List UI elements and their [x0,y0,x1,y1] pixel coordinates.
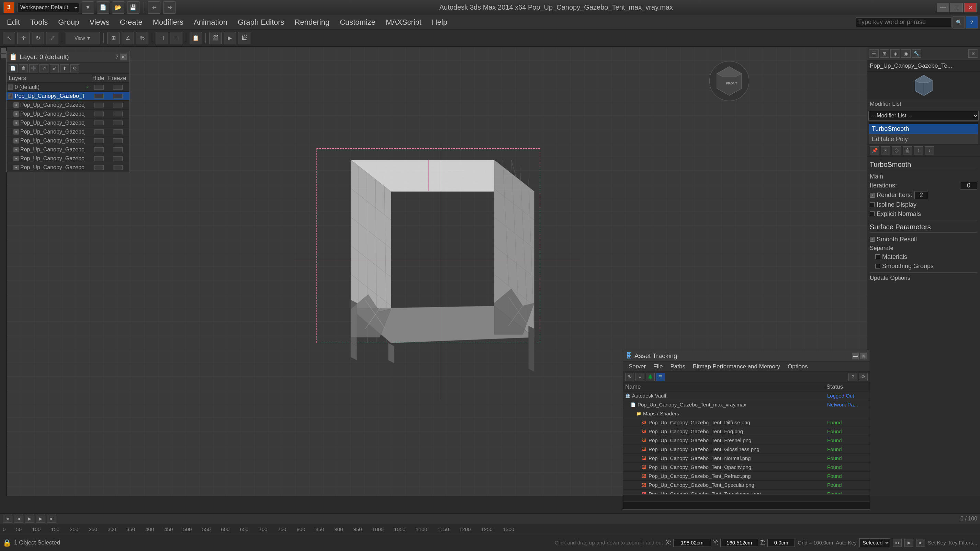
layer-list-item[interactable]: ●Pop_Up_Canopy_Gazebo_Tent_Left_Wall [6,163,129,172]
left-btn-2[interactable] [1,54,6,58]
timeline-start-btn[interactable]: ⏮ [3,514,13,523]
asset-list-item[interactable]: 🖼Pop_Up_Canopy_Gazebo_Tent_Diffuse.pngFo… [623,418,870,427]
menu-graph-editors[interactable]: Graph Editors [233,16,289,28]
render-frame-btn[interactable]: 🖼 [238,32,250,44]
x-coord-value[interactable]: 198.02cm [673,538,711,547]
prev-key-btn[interactable]: ⏮ [893,538,902,547]
layer-panel-help[interactable]: ? [115,54,119,60]
explicit-normals-checkbox[interactable] [870,211,875,216]
undo-btn[interactable]: ↩ [148,2,161,14]
save-file-btn[interactable]: 💾 [127,2,140,14]
timeline-prev-btn[interactable]: ◀ [14,514,23,523]
isoline-checkbox[interactable] [870,202,875,207]
left-btn-1[interactable] [1,48,6,53]
layer-item-freeze[interactable] [108,156,128,161]
asset-menu-options[interactable]: Options [784,362,811,371]
asset-settings-btn[interactable]: ⚙ [859,373,868,381]
mirror-btn[interactable]: ⊣ [156,32,168,44]
layer-item-hide[interactable] [90,156,108,161]
y-coord-value[interactable]: 160.512cm [720,538,758,547]
menu-group[interactable]: Group [53,16,84,28]
mod-up-btn[interactable]: ↑ [914,146,923,154]
menu-animation[interactable]: Animation [189,16,232,28]
asset-list-item[interactable]: 🖼Pop_Up_Canopy_Gazebo_Tent_Opacity.pngFo… [623,463,870,472]
layer-list-item[interactable]: ☰0 (default)✓ [6,83,129,92]
layer-item-hide[interactable] [90,111,108,116]
layer-item-hide[interactable] [90,121,108,125]
layer-list-item[interactable]: ●Pop_Up_Canopy_Gazebo_Tent_Clutches [6,101,129,110]
modifier-turbosmooth[interactable]: TurboSmooth [869,124,978,134]
rp-hierarchy-btn[interactable]: ⊞ [880,49,889,58]
menu-edit[interactable]: Edit [2,16,25,28]
layer-item-hide[interactable] [90,103,108,108]
mod-remove-btn[interactable]: 🗑 [903,146,912,154]
asset-list-item[interactable]: 🖼Pop_Up_Canopy_Gazebo_Tent_Translucent.p… [623,489,870,494]
keyfilters-label[interactable]: Key Filters... [949,540,977,546]
asset-list-item[interactable]: 🖼Pop_Up_Canopy_Gazebo_Tent_Refract.pngFo… [623,472,870,481]
close-btn[interactable]: ✕ [964,3,977,13]
mod-make-unique-btn[interactable]: ⬡ [892,146,901,154]
menu-create[interactable]: Create [115,16,147,28]
scale-tool-btn[interactable]: ⤢ [46,32,58,44]
asset-list-item[interactable]: 📁Maps / Shaders [623,409,870,418]
layer-select-layer-btn[interactable]: ↙ [50,64,59,72]
asset-menu-file[interactable]: File [650,362,666,371]
layer-list-item[interactable]: ●Pop_Up_Canopy_Gazebo_Tent_Back_Wall [6,154,129,163]
render-iters-checkbox[interactable] [870,193,875,198]
search-input[interactable] [856,17,952,27]
move-tool-btn[interactable]: ✛ [17,32,30,44]
layer-item-hide[interactable] [90,129,108,134]
timeline-end-btn[interactable]: ⏭ [47,514,56,523]
asset-detail-view-btn[interactable]: ☰ [656,373,665,381]
asset-list-item[interactable]: 🏦Autodesk VaultLogged Out [623,391,870,400]
asset-list-item[interactable]: 🖼Pop_Up_Canopy_Gazebo_Tent_Normal.pngFou… [623,454,870,463]
menu-maxscript[interactable]: MAXScript [381,16,426,28]
render-btn[interactable]: ▶ [224,32,236,44]
timeline-ruler[interactable]: 0501001502002503003504004505005506006507… [0,524,980,534]
layer-item-freeze[interactable] [108,121,128,125]
selected-dropdown[interactable]: Selected [859,538,890,547]
layer-panel-close-btn[interactable]: ✕ [120,54,127,60]
snap-btn[interactable]: ⊞ [107,32,119,44]
rp-motion-btn[interactable]: ◈ [890,49,900,58]
layer-item-freeze[interactable] [108,85,128,90]
layer-list-item[interactable]: ●Pop_Up_Canopy_Gazebo_Tent_Roof [6,145,129,154]
z-coord-value[interactable]: 0.0cm [767,538,795,547]
menu-modifiers[interactable]: Modifiers [148,16,188,28]
asset-tree-view-btn[interactable]: 🌲 [646,373,655,381]
mod-show-end-result-btn[interactable]: ⊡ [881,146,890,154]
workspace-dropdown-btn[interactable]: ▼ [82,2,94,14]
asset-list-item[interactable]: 📄Pop_Up_Canopy_Gazebo_Tent_max_vray.maxN… [623,400,870,409]
smooth-result-checkbox[interactable] [870,237,875,242]
materials-checkbox[interactable] [875,254,880,259]
menu-customize[interactable]: Customize [335,16,380,28]
maximize-btn[interactable]: □ [950,3,963,13]
menu-help[interactable]: Help [427,16,452,28]
nav-gizmo[interactable]: FRONT [709,60,750,102]
mod-pin-btn[interactable]: 📌 [870,146,879,154]
layer-item-freeze[interactable] [108,129,128,134]
rp-close-btn[interactable]: ✕ [968,49,978,58]
menu-rendering[interactable]: Rendering [290,16,334,28]
render-setup-btn[interactable]: 🎬 [209,32,221,44]
iterations-input[interactable] [960,182,977,189]
asset-help-btn[interactable]: ? [848,373,858,381]
timeline-play-btn[interactable]: ▶ [25,514,34,523]
layer-list-item[interactable]: ●Pop_Up_Canopy_Gazebo_Tent_Anchors [6,118,129,127]
layer-list-item[interactable]: ●Pop_Up_Canopy_Gazebo_Tent_Nuts [6,127,129,136]
angle-snap-btn[interactable]: ∠ [122,32,134,44]
asset-list-item[interactable]: 🖼Pop_Up_Canopy_Gazebo_Tent_Fog.pngFound [623,427,870,436]
new-file-btn[interactable]: 📄 [97,2,109,14]
timeline-next-btn[interactable]: ▶ [36,514,45,523]
layer-list-item[interactable]: ●Pop_Up_Canopy_Gazebo_Tent_Handles [6,110,129,118]
layer-list-item[interactable]: ●Pop_Up_Canopy_Gazebo_Tent_Pins [6,136,129,145]
smoothing-groups-checkbox[interactable] [875,264,880,268]
mod-down-btn[interactable]: ↓ [925,146,934,154]
redo-btn[interactable]: ↪ [163,2,175,14]
asset-menu-paths[interactable]: Paths [667,362,688,371]
layer-item-freeze[interactable] [108,138,128,143]
modifier-list-dropdown[interactable]: -- Modifier List -- [869,111,978,121]
layer-item-freeze[interactable] [108,165,128,170]
play-anim-btn[interactable]: ▶ [904,538,913,547]
menu-views[interactable]: Views [84,16,114,28]
